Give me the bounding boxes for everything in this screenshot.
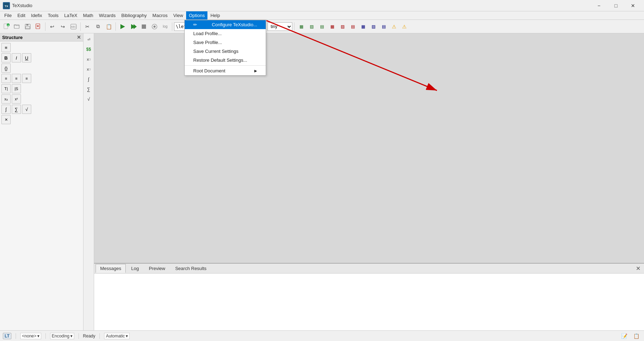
stop-button[interactable] [139, 22, 149, 32]
svg-rect-17 [142, 24, 146, 29]
status-icon-1[interactable]: 📝 [619, 331, 629, 341]
automatic-chevron: ▾ [126, 334, 128, 339]
menu-macros[interactable]: Macros [150, 11, 171, 20]
status-none-dropdown[interactable]: <none> ▾ [20, 333, 41, 339]
status-automatic-dropdown[interactable]: Automatic ▾ [104, 333, 129, 339]
tab-messages[interactable]: Messages [96, 264, 126, 273]
menu-restore-defaults[interactable]: Restore Default Settings... [185, 56, 266, 65]
v-btn-sum[interactable]: ∑ [84, 84, 93, 94]
open-button[interactable] [12, 22, 22, 32]
struct-btn-sub[interactable]: x₂ [1, 94, 11, 104]
menu-tools[interactable]: Tools [45, 11, 61, 20]
table-icon-2[interactable]: ▨ [307, 22, 316, 32]
struct-row-8: ✕ [1, 115, 82, 124]
struct-btn-plugin[interactable]: ✕ [1, 115, 11, 124]
struct-btn-is[interactable]: |S [12, 84, 21, 93]
struct-btn-sum[interactable]: ∑ [12, 105, 21, 114]
close-button[interactable]: ✕ [625, 0, 641, 11]
menu-file[interactable]: File [1, 11, 15, 20]
struct-btn-sup[interactable]: x² [12, 94, 21, 104]
table-icon-8[interactable]: ▨ [368, 22, 378, 32]
minimize-button[interactable]: − [591, 0, 607, 11]
menu-save-profile[interactable]: Save Profile... [185, 38, 266, 47]
status-icon-2[interactable]: 📋 [631, 331, 641, 341]
menu-save-settings[interactable]: Save Current Settings [185, 47, 266, 56]
struct-btn-align1[interactable]: ≡ [1, 74, 11, 83]
undo-button[interactable]: ↩ [47, 22, 57, 32]
table-icon-7[interactable]: ▦ [358, 22, 368, 32]
struct-btn-sqrt[interactable]: √ [22, 105, 31, 114]
structure-close-button[interactable]: ✕ [77, 34, 81, 40]
view-button[interactable] [150, 22, 159, 32]
menu-edit[interactable]: Edit [15, 11, 28, 20]
tab-log[interactable]: Log [126, 264, 144, 273]
menu-configure-texstudio[interactable]: ✏ Configure TeXstudio... [185, 20, 266, 29]
menu-math[interactable]: Math [80, 11, 96, 20]
save-button[interactable] [23, 22, 33, 32]
struct-btn-integral[interactable]: ∫ [1, 105, 11, 114]
table-icon-4[interactable]: ▦ [327, 22, 337, 32]
lt-label: LT [3, 333, 11, 339]
content-row: Structure ✕ ≡ B I U {} [0, 33, 644, 341]
svg-text:TX: TX [5, 5, 9, 8]
status-right-icons: 📝 📋 [619, 331, 641, 341]
log-button[interactable]: log [160, 22, 170, 32]
tab-preview[interactable]: Preview [144, 264, 170, 273]
struct-btn-italic[interactable]: I [12, 53, 21, 62]
table-icon-1[interactable]: ▦ [296, 22, 306, 32]
bottom-panel-close[interactable]: ✕ [634, 265, 643, 272]
svg-point-19 [153, 26, 156, 28]
struct-btn-align3[interactable]: ≡ [22, 74, 31, 83]
v-btn-sub[interactable]: x□ [84, 55, 93, 64]
table-icon-5[interactable]: ▨ [337, 22, 347, 32]
struct-btn-underline[interactable]: U [22, 53, 31, 62]
struct-btn-align2[interactable]: ≡ [12, 74, 21, 83]
v-btn-sqrt[interactable]: √ [84, 94, 93, 104]
v-btn-displaymath[interactable]: $$ [84, 45, 93, 54]
svg-marker-14 [120, 24, 125, 29]
menu-latex[interactable]: LaTeX [61, 11, 80, 20]
menu-wizards[interactable]: Wizards [96, 11, 119, 20]
new-button[interactable]: + [1, 22, 11, 32]
v-btn-integral[interactable]: ∫ [84, 75, 93, 84]
menu-idefix[interactable]: Idefix [28, 11, 45, 20]
struct-btn-code[interactable]: {} [1, 64, 11, 73]
status-encoding-dropdown[interactable]: Encoding ▾ [50, 333, 74, 339]
menu-root-document[interactable]: Root Document ▶ [185, 66, 266, 75]
toolbar: + ↩ ↪ [0, 20, 644, 33]
menu-help[interactable]: Help [207, 11, 223, 20]
copy-button[interactable]: ⧉ [93, 22, 103, 32]
tab-search-results[interactable]: Search Results [171, 264, 211, 273]
struct-row-7: ∫ ∑ √ [1, 105, 82, 114]
cut-button[interactable]: ✂ [82, 22, 92, 32]
table-icon-6[interactable]: ▤ [348, 22, 358, 32]
struct-btn-bold[interactable]: B [1, 53, 11, 62]
encoding-label: Encoding [52, 334, 70, 339]
maximize-button[interactable]: □ [608, 0, 624, 11]
struct-btn-list[interactable]: ≡ [1, 43, 11, 52]
configure-icon: ✏ [193, 22, 197, 27]
redo-button[interactable]: ↪ [58, 22, 68, 32]
svg-marker-16 [134, 24, 137, 29]
paste-button[interactable]: 📋 [104, 22, 114, 32]
warning-icon-1[interactable]: ⚠ [389, 22, 399, 32]
table-icon-9[interactable]: ▤ [379, 22, 389, 32]
warning-icon-2[interactable]: ⚠ [399, 22, 409, 32]
bottom-tabs: Messages Log Preview Search Results ✕ [94, 264, 644, 274]
menu-load-profile[interactable]: Load Profile... [185, 29, 266, 38]
save-settings-label: Save Current Settings [193, 49, 238, 54]
table-icon-3[interactable]: ▤ [317, 22, 327, 32]
struct-btn-table[interactable]: T| [1, 84, 11, 93]
menu-bibliography[interactable]: Bibliography [119, 11, 150, 20]
close-doc-button[interactable] [33, 22, 43, 32]
status-lt: LT [3, 333, 11, 339]
v-btn-sup[interactable]: x□ [84, 65, 93, 74]
menu-options[interactable]: Options [186, 11, 208, 20]
compile-view-button[interactable] [128, 22, 138, 32]
spell-button[interactable]: ABC [69, 22, 79, 32]
compile-button[interactable] [118, 22, 128, 32]
dropdown-tiny[interactable]: tiny [267, 22, 292, 31]
v-btn-return[interactable]: ⏎ [84, 35, 93, 44]
structure-body: ≡ B I U {} ≡ ≡ ≡ [0, 42, 83, 341]
menu-view[interactable]: View [171, 11, 186, 20]
